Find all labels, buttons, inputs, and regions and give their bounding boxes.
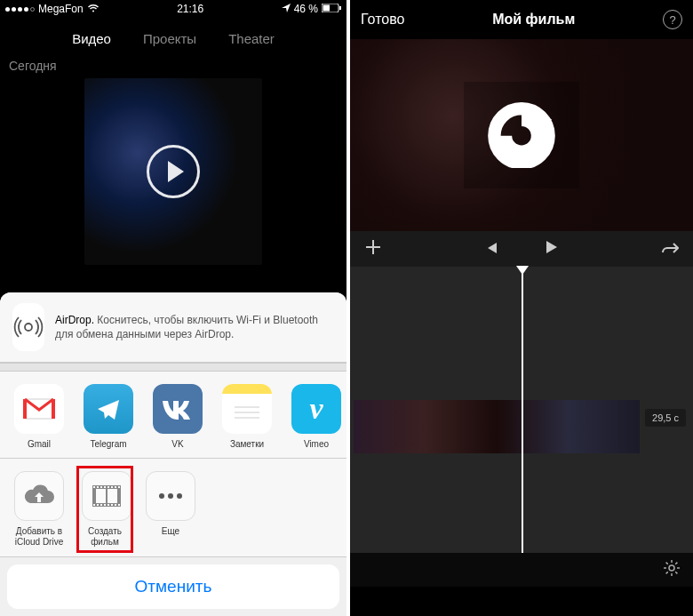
gmail-icon bbox=[14, 384, 64, 434]
svg-rect-18 bbox=[93, 504, 95, 506]
tab-theater[interactable]: Theater bbox=[228, 31, 275, 46]
vk-icon bbox=[153, 384, 203, 434]
play-icon bbox=[147, 145, 200, 198]
svg-point-3 bbox=[25, 324, 32, 331]
action-more[interactable]: Еще bbox=[144, 471, 197, 548]
wifi-icon bbox=[87, 3, 100, 15]
svg-rect-2 bbox=[339, 6, 341, 10]
play-button[interactable] bbox=[539, 240, 564, 259]
app-gmail[interactable]: Gmail bbox=[12, 384, 66, 449]
bottom-toolbar bbox=[350, 553, 693, 587]
svg-rect-24 bbox=[115, 504, 116, 506]
airdrop-text: AirDrop. Коснитесь, чтобы включить Wi-Fi… bbox=[55, 313, 334, 341]
svg-rect-17 bbox=[118, 486, 120, 488]
svg-rect-16 bbox=[115, 486, 116, 488]
share-apps-row[interactable]: Gmail Telegram VK Заметки bbox=[0, 372, 346, 459]
tab-projects[interactable]: Проекты bbox=[143, 31, 196, 46]
settings-button[interactable] bbox=[663, 559, 681, 580]
status-bar: MegaFon 21:16 46 % bbox=[0, 0, 346, 18]
svg-rect-13 bbox=[104, 486, 106, 488]
svg-rect-20 bbox=[100, 504, 102, 506]
svg-point-29 bbox=[669, 565, 674, 571]
film-icon bbox=[82, 471, 131, 521]
svg-rect-23 bbox=[111, 504, 113, 506]
svg-line-36 bbox=[666, 572, 668, 573]
section-today: Сегодня bbox=[0, 53, 346, 78]
carrier-label: MegaFon bbox=[38, 3, 84, 15]
playhead[interactable] bbox=[522, 267, 523, 553]
svg-rect-11 bbox=[97, 486, 99, 488]
svg-rect-1 bbox=[323, 5, 331, 12]
svg-point-28 bbox=[177, 493, 182, 499]
svg-rect-19 bbox=[97, 504, 99, 506]
editor-header: Готово Мой фильм ? bbox=[350, 0, 693, 39]
skip-back-button[interactable] bbox=[479, 240, 504, 259]
share-actions-row: Добавить в iCloud Drive Создать фильм Ещ… bbox=[0, 459, 346, 557]
action-create-movie[interactable]: Создать фильм bbox=[78, 468, 131, 551]
tab-video[interactable]: Видео bbox=[72, 31, 111, 46]
clock: 21:16 bbox=[177, 3, 203, 15]
undo-button[interactable] bbox=[657, 240, 682, 259]
svg-point-27 bbox=[168, 493, 173, 499]
timeline[interactable]: 29,5 c bbox=[350, 267, 693, 587]
location-icon bbox=[282, 3, 291, 15]
vimeo-icon: v bbox=[291, 384, 341, 434]
notes-icon bbox=[222, 384, 272, 434]
svg-rect-15 bbox=[111, 486, 113, 488]
imovie-editor-screen: Готово Мой фильм ? 29,5 c bbox=[350, 0, 693, 616]
airdrop-icon bbox=[12, 303, 44, 351]
app-notes[interactable]: Заметки bbox=[220, 384, 274, 449]
telegram-icon bbox=[84, 384, 133, 434]
svg-rect-12 bbox=[100, 486, 102, 488]
svg-rect-21 bbox=[104, 504, 106, 506]
svg-rect-14 bbox=[108, 486, 109, 488]
rotate-overlay bbox=[464, 82, 579, 188]
svg-line-35 bbox=[675, 572, 677, 573]
cloud-upload-icon bbox=[14, 471, 64, 521]
cancel-button[interactable]: Отменить bbox=[7, 564, 339, 609]
svg-rect-25 bbox=[118, 504, 120, 506]
video-thumbnail[interactable] bbox=[84, 78, 262, 265]
app-vimeo[interactable]: v Vimeo bbox=[290, 384, 343, 449]
battery-icon bbox=[322, 3, 341, 15]
playback-controls bbox=[350, 231, 693, 267]
video-preview[interactable] bbox=[350, 39, 693, 231]
done-button[interactable]: Готово bbox=[361, 12, 404, 28]
svg-rect-9 bbox=[108, 489, 117, 503]
signal-dots bbox=[5, 7, 35, 12]
svg-line-37 bbox=[675, 563, 677, 564]
airdrop-row[interactable]: AirDrop. Коснитесь, чтобы включить Wi-Fi… bbox=[0, 292, 346, 363]
project-title: Мой фильм bbox=[492, 12, 575, 28]
action-icloud[interactable]: Добавить в iCloud Drive bbox=[12, 471, 66, 548]
help-button[interactable]: ? bbox=[663, 10, 682, 29]
more-icon bbox=[146, 471, 195, 521]
svg-line-34 bbox=[666, 563, 668, 564]
battery-label: 46 % bbox=[294, 3, 318, 15]
video-clip[interactable] bbox=[354, 400, 640, 453]
app-telegram[interactable]: Telegram bbox=[82, 384, 135, 449]
time-badge: 29,5 c bbox=[645, 409, 686, 427]
svg-rect-22 bbox=[108, 504, 109, 506]
app-vk[interactable]: VK bbox=[151, 384, 204, 449]
top-tabs: Видео Проекты Theater bbox=[0, 18, 346, 53]
svg-rect-10 bbox=[93, 486, 95, 488]
add-media-button[interactable] bbox=[361, 239, 386, 260]
share-sheet: AirDrop. Коснитесь, чтобы включить Wi-Fi… bbox=[0, 292, 346, 616]
rotate-icon bbox=[482, 99, 562, 172]
svg-rect-8 bbox=[96, 489, 106, 503]
share-sheet-screen: MegaFon 21:16 46 % Видео Проекты Theater… bbox=[0, 0, 346, 616]
svg-point-26 bbox=[159, 493, 164, 499]
